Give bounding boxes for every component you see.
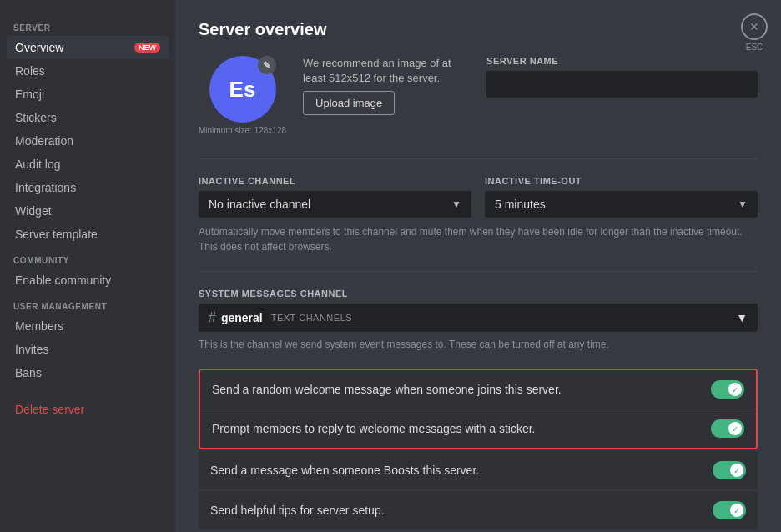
sidebar-item-delete-server[interactable]: Delete server	[7, 398, 169, 421]
inactive-settings-row: INACTIVE CHANNEL No inactive channel ▼ I…	[199, 176, 758, 218]
avatar-min-size: Minimum size: 128x128	[199, 126, 286, 135]
inactive-timeout-label: INACTIVE TIME-OUT	[485, 176, 758, 186]
inactive-channel-value: No inactive channel	[209, 198, 310, 211]
highlighted-toggle-group: Send a random welcome message when someo…	[199, 369, 758, 449]
toggle-welcome-message[interactable]: ✓	[711, 380, 744, 399]
sidebar-item-label: Delete server	[15, 403, 84, 416]
toggle-boost-message[interactable]: ✓	[713, 461, 746, 479]
overview-section: Es ✎ Minimum size: 128x128 We recommend …	[199, 56, 758, 135]
channel-name: general	[221, 311, 263, 324]
sidebar-item-widget[interactable]: Widget	[7, 199, 169, 223]
toggle-knob: ✓	[730, 504, 743, 517]
inactive-timeout-select[interactable]: 5 minutes ▼	[485, 191, 758, 218]
main-content: ✕ ESC Server overview Es ✎ Minimum size:…	[175, 0, 781, 532]
sidebar-community-label: COMMUNITY	[7, 246, 169, 269]
sidebar-item-invites[interactable]: Invites	[7, 338, 169, 361]
sidebar-item-server-template[interactable]: Server template	[7, 223, 169, 246]
sidebar-item-label: Roles	[15, 64, 45, 78]
sidebar-user-management-label: USER MANAGEMENT	[7, 292, 169, 314]
system-channel-select[interactable]: # general TEXT CHANNELS ▼	[199, 304, 758, 332]
chevron-down-icon: ▼	[738, 198, 748, 210]
sidebar-item-label: Bans	[15, 366, 42, 379]
sidebar-item-enable-community[interactable]: Enable community	[7, 269, 169, 292]
channel-label: # general TEXT CHANNELS	[209, 310, 352, 325]
toggle-text-helpful-tips: Send helpful tips for server setup.	[210, 504, 713, 517]
sidebar-item-label: Integrations	[15, 181, 76, 194]
toggle-knob: ✓	[728, 383, 742, 396]
sidebar-item-label: Stickers	[15, 111, 57, 124]
toggle-knob: ✓	[730, 464, 743, 477]
sidebar-item-label: Emoji	[15, 88, 44, 101]
inactive-channel-select[interactable]: No inactive channel ▼	[199, 191, 471, 218]
upload-image-button[interactable]: Upload image	[303, 91, 395, 115]
toggle-welcome-sticker[interactable]: ✓	[711, 419, 744, 438]
check-icon: ✓	[733, 506, 740, 515]
sidebar-item-members[interactable]: Members	[7, 314, 169, 338]
toggle-row-helpful-tips: Send helpful tips for server setup. ✓	[199, 491, 758, 529]
server-name-section: SERVER NAME	[486, 56, 758, 98]
sidebar-item-emoji[interactable]: Emoji	[7, 83, 169, 106]
sidebar-item-stickers[interactable]: Stickers	[7, 106, 169, 129]
sidebar-item-label: Invites	[15, 343, 48, 356]
inactive-channel-label: INACTIVE CHANNEL	[199, 176, 471, 186]
system-channel-label: SYSTEM MESSAGES CHANNEL	[199, 289, 758, 299]
toggle-knob: ✓	[728, 422, 742, 435]
sidebar-item-bans[interactable]: Bans	[7, 361, 169, 384]
sidebar-item-roles[interactable]: Roles	[7, 59, 169, 83]
new-badge: NEW	[134, 43, 160, 53]
sidebar-item-audit-log[interactable]: Audit log	[7, 153, 169, 176]
toggle-text-boost-message: Send a message when someone Boosts this …	[210, 464, 713, 477]
toggle-row-welcome-sticker: Prompt members to reply to welcome messa…	[200, 409, 756, 448]
divider-2	[199, 271, 758, 272]
toggle-text-welcome-message: Send a random welcome message when someo…	[212, 383, 711, 396]
toggle-text-welcome-sticker: Prompt members to reply to welcome messa…	[212, 422, 711, 435]
esc-button[interactable]: ✕ ESC	[741, 13, 768, 52]
avatar-container: Es ✎ Minimum size: 128x128	[199, 56, 286, 135]
system-channel-section: SYSTEM MESSAGES CHANNEL # general TEXT C…	[199, 289, 758, 352]
sidebar-item-label: Enable community	[15, 274, 111, 287]
sidebar: SERVER Overview NEW Roles Emoji Stickers…	[0, 0, 175, 532]
toggle-row-boost-message: Send a message when someone Boosts this …	[199, 451, 758, 489]
sidebar-item-label: Overview	[15, 41, 63, 54]
sidebar-item-moderation[interactable]: Moderation	[7, 129, 169, 153]
inactive-timeout-section: INACTIVE TIME-OUT 5 minutes ▼	[485, 176, 758, 218]
chevron-down-icon: ▼	[736, 311, 748, 324]
esc-label: ESC	[746, 43, 763, 52]
sidebar-item-label: Moderation	[15, 134, 73, 148]
sidebar-item-label: Audit log	[15, 158, 60, 171]
page-title: Server overview	[199, 20, 758, 39]
sidebar-item-overview[interactable]: Overview NEW	[7, 36, 169, 59]
server-name-label: SERVER NAME	[486, 56, 758, 66]
server-avatar[interactable]: Es ✎	[209, 56, 276, 123]
check-icon: ✓	[732, 385, 738, 394]
avatar-edit-icon[interactable]: ✎	[258, 56, 276, 74]
close-icon[interactable]: ✕	[741, 13, 768, 40]
channel-type: TEXT CHANNELS	[271, 313, 352, 323]
toggle-rows: Send a random welcome message when someo…	[199, 369, 758, 529]
upload-recommendation: We recommend an image of at least 512x51…	[303, 56, 470, 86]
avatar-text: Es	[229, 77, 256, 103]
inactive-description: Automatically move members to this chann…	[199, 224, 758, 254]
divider-1	[199, 158, 758, 159]
check-icon: ✓	[732, 424, 738, 434]
toggle-row-welcome-message: Send a random welcome message when someo…	[200, 370, 756, 409]
sidebar-item-integrations[interactable]: Integrations	[7, 176, 169, 199]
toggle-helpful-tips[interactable]: ✓	[713, 501, 746, 519]
system-channel-description: This is the channel we send system event…	[199, 337, 758, 352]
server-name-input[interactable]	[486, 71, 758, 98]
upload-section: We recommend an image of at least 512x51…	[303, 56, 470, 115]
sidebar-item-label: Members	[15, 319, 63, 333]
inactive-channel-section: INACTIVE CHANNEL No inactive channel ▼	[199, 176, 471, 218]
sidebar-item-label: Server template	[15, 228, 98, 241]
sidebar-server-label: SERVER	[7, 13, 169, 36]
inactive-timeout-value: 5 minutes	[495, 198, 546, 211]
check-icon: ✓	[733, 466, 740, 475]
chevron-down-icon: ▼	[451, 198, 461, 210]
sidebar-item-label: Widget	[15, 204, 52, 218]
hash-icon: #	[209, 310, 216, 325]
